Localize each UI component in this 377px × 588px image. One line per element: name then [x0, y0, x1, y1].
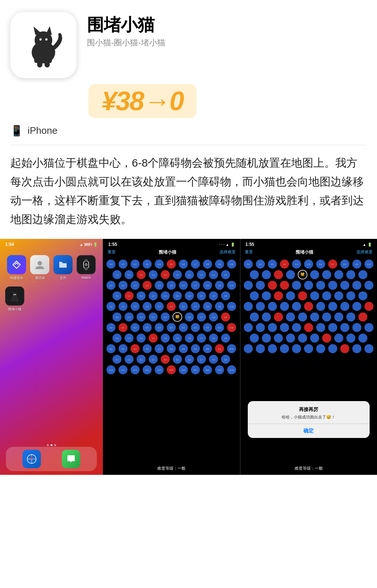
- svg-point-303: [262, 291, 271, 300]
- svg-text:0-3: 0-3: [146, 263, 149, 265]
- svg-text:5-1: 5-1: [128, 316, 131, 319]
- svg-point-346: [274, 334, 283, 343]
- svg-text:0-5: 0-5: [170, 263, 173, 265]
- svg-text:8-7: 8-7: [194, 348, 197, 350]
- price-section: ¥38→0: [0, 78, 377, 118]
- svg-point-299: [340, 281, 349, 290]
- svg-point-354: [244, 344, 253, 353]
- svg-text:6-8: 6-8: [206, 327, 209, 329]
- svg-text:5-7: 5-7: [200, 316, 203, 319]
- safari-icon: [22, 450, 41, 468]
- app-shortcuts-label: 快捷指令: [10, 276, 23, 281]
- svg-text:1-9: 1-9: [224, 274, 227, 276]
- svg-text:10-6: 10-6: [182, 369, 185, 371]
- svg-point-352: [346, 334, 355, 343]
- svg-text:0-10: 0-10: [230, 263, 233, 265]
- game-alert-body: 哈哈，小猫成功跑出去了😅！: [254, 414, 364, 420]
- svg-point-333: [244, 323, 253, 332]
- game-alert-title: 再接再厉: [254, 406, 364, 413]
- svg-point-339: [316, 323, 325, 332]
- svg-text:3-5: 3-5: [176, 295, 179, 297]
- svg-point-351: [334, 334, 343, 343]
- svg-text:8-10: 8-10: [230, 348, 233, 350]
- svg-text:1-2: 1-2: [140, 274, 143, 276]
- svg-text:7-5: 7-5: [176, 337, 179, 340]
- svg-text:0-7: 0-7: [331, 263, 334, 265]
- svg-rect-13: [85, 268, 88, 270]
- phone2-status-icons: · · · ▲ 🔋: [219, 243, 235, 247]
- svg-text:3-1: 3-1: [128, 295, 131, 297]
- svg-text:🐱: 🐱: [300, 272, 305, 276]
- svg-text:4-0: 4-0: [110, 306, 113, 308]
- svg-text:0-7: 0-7: [194, 263, 197, 265]
- app-header: 围堵小猫 围小猫-圈小猫-堵小猫: [0, 0, 377, 78]
- svg-point-334: [256, 323, 265, 332]
- svg-point-322: [364, 302, 373, 311]
- svg-point-281: [262, 270, 271, 279]
- svg-text:3-7: 3-7: [200, 295, 203, 297]
- svg-point-331: [346, 312, 355, 321]
- svg-point-304: [274, 291, 283, 300]
- svg-point-343: [364, 323, 373, 332]
- svg-point-280: [250, 270, 259, 279]
- svg-point-361: [328, 344, 337, 353]
- svg-text:0-2: 0-2: [134, 263, 137, 265]
- svg-point-321: [352, 302, 362, 311]
- game-alert-confirm-button[interactable]: 确定: [254, 424, 364, 438]
- svg-point-327: [298, 312, 307, 321]
- svg-text:9-7: 9-7: [200, 359, 203, 361]
- svg-text:10-2: 10-2: [133, 369, 137, 371]
- svg-point-364: [364, 344, 373, 353]
- phone3-nav: 重置 围堵小猫 选择难度: [240, 248, 377, 257]
- svg-point-344: [250, 334, 259, 343]
- phone-game-2: 1:55 ▲ 🔋 重置 围堵小猫 选择难度 0-0 0-1 0-2 0-3 0-…: [240, 239, 377, 475]
- app-catgame: 围堵小猫: [5, 286, 24, 312]
- app-title-area: 围堵小猫 围小猫-圈小猫-堵小猫: [87, 12, 367, 48]
- messages-icon: [62, 450, 80, 468]
- svg-point-287: [322, 270, 331, 279]
- svg-text:2-3: 2-3: [146, 285, 149, 287]
- svg-text:2-6: 2-6: [182, 285, 185, 287]
- svg-text:4-6: 4-6: [182, 306, 185, 308]
- svg-text:3-8: 3-8: [212, 295, 215, 297]
- svg-text:9-2: 9-2: [140, 359, 143, 361]
- svg-text:4-7: 4-7: [194, 306, 197, 308]
- svg-text:7-1: 7-1: [128, 337, 131, 340]
- svg-point-330: [334, 312, 343, 321]
- svg-text:0-9: 0-9: [355, 263, 358, 265]
- svg-point-345: [262, 334, 271, 343]
- phone2-nav-right: 选择难度: [219, 249, 236, 255]
- svg-rect-12: [85, 259, 88, 262]
- app-files-label: 文件: [60, 276, 66, 281]
- phone2-footer: 难度等级：一般: [103, 466, 240, 471]
- app-contacts: 通讯录: [30, 255, 49, 281]
- svg-point-309: [334, 291, 343, 300]
- svg-point-296: [304, 281, 313, 290]
- svg-text:9-4: 9-4: [164, 359, 167, 361]
- svg-point-316: [292, 302, 301, 311]
- svg-point-9: [45, 38, 47, 41]
- svg-text:3-3: 3-3: [152, 295, 155, 297]
- svg-text:10-8: 10-8: [205, 369, 209, 371]
- phone1-dock: [6, 447, 97, 471]
- svg-text:4-4: 4-4: [158, 306, 161, 308]
- iphone-icon: 📱: [10, 125, 23, 137]
- phone1-status-bar: 1:54 ▲ WiFi 🔋: [0, 239, 103, 248]
- svg-text:7-4: 7-4: [164, 337, 167, 340]
- device-section: 📱 iPhone: [0, 118, 377, 137]
- svg-text:2-5: 2-5: [170, 285, 173, 287]
- svg-text:5-9: 5-9: [224, 316, 227, 319]
- svg-text:9-1: 9-1: [128, 359, 131, 361]
- svg-text:8-2: 8-2: [134, 348, 137, 350]
- phone2-status-bar: 1:55 · · · ▲ 🔋: [103, 239, 240, 248]
- svg-point-306: [298, 291, 307, 300]
- svg-rect-6: [34, 57, 39, 63]
- svg-text:7-2: 7-2: [140, 337, 143, 340]
- svg-text:1-7: 1-7: [200, 274, 203, 276]
- svg-point-320: [340, 302, 349, 311]
- svg-text:7-7: 7-7: [200, 337, 203, 340]
- svg-point-297: [316, 281, 325, 290]
- svg-point-335: [268, 323, 277, 332]
- svg-text:10-10: 10-10: [229, 369, 234, 371]
- phone2-nav-title: 围堵小猫: [159, 249, 176, 255]
